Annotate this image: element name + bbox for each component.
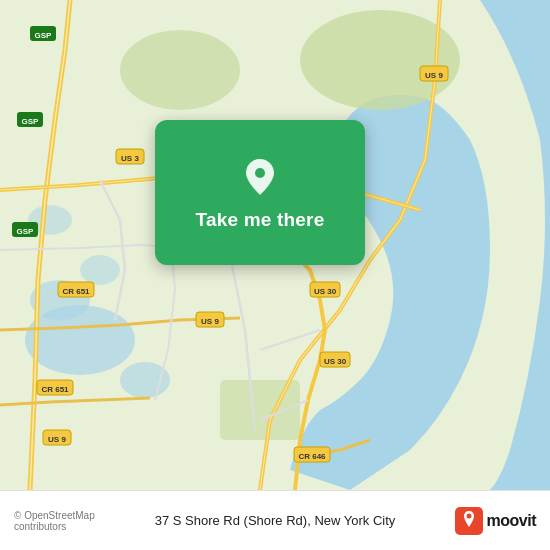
svg-point-7 xyxy=(120,30,240,110)
address-text: 37 S Shore Rd (Shore Rd), New York City xyxy=(149,513,402,528)
take-me-there-label: Take me there xyxy=(196,209,325,231)
svg-point-33 xyxy=(255,168,265,178)
svg-text:CR 651: CR 651 xyxy=(41,385,69,394)
svg-text:US 30: US 30 xyxy=(314,287,337,296)
moovit-icon xyxy=(455,507,483,535)
svg-point-3 xyxy=(80,255,120,285)
moovit-logo: moovit xyxy=(410,507,537,535)
svg-text:US 9: US 9 xyxy=(425,71,443,80)
svg-text:CR 651: CR 651 xyxy=(62,287,90,296)
moovit-text: moovit xyxy=(487,512,536,530)
bottom-bar: © OpenStreetMap contributors 37 S Shore … xyxy=(0,490,550,550)
svg-rect-8 xyxy=(220,380,300,440)
copyright-text: © OpenStreetMap contributors xyxy=(14,510,141,532)
svg-text:GSP: GSP xyxy=(22,117,40,126)
svg-text:CR 646: CR 646 xyxy=(298,452,326,461)
svg-text:US 9: US 9 xyxy=(48,435,66,444)
svg-text:US 3: US 3 xyxy=(121,154,139,163)
svg-text:US 30: US 30 xyxy=(324,357,347,366)
svg-text:GSP: GSP xyxy=(17,227,35,236)
map-container: GSP GSP GSP US 9 US 3 CR 651 CR 651 US 9… xyxy=(0,0,550,490)
take-me-there-card[interactable]: Take me there xyxy=(155,120,365,265)
svg-point-35 xyxy=(466,513,471,518)
location-pin-icon xyxy=(238,155,282,199)
svg-text:US 9: US 9 xyxy=(201,317,219,326)
svg-text:GSP: GSP xyxy=(35,31,53,40)
